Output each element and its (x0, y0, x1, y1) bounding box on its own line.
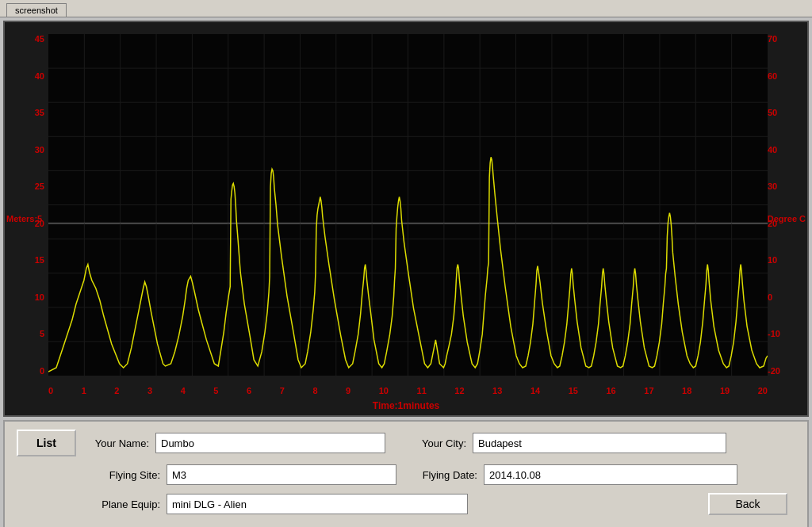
x-label-11: 11 (417, 386, 427, 395)
y-left-label-25: 25 (35, 181, 44, 191)
y-right-label-70: 70 (768, 34, 777, 44)
y-right-label-10: 10 (768, 255, 777, 265)
x-label-7: 7 (280, 386, 285, 395)
plane-equip-label: Plane Equip: (87, 498, 167, 510)
y-left-label-5: 5 (40, 329, 44, 338)
your-city-label: Your City: (401, 437, 473, 449)
x-label-8: 8 (312, 386, 317, 395)
x-label-13: 13 (492, 386, 502, 395)
x-label-5: 5 (213, 386, 218, 395)
x-label-12: 12 (454, 386, 464, 395)
flying-date-input[interactable] (484, 464, 737, 485)
your-city-input[interactable] (473, 433, 726, 453)
y-axis-left-title: Meters:5 (6, 214, 42, 223)
x-label-2: 2 (114, 386, 119, 395)
y-right-label-0: 0 (768, 292, 772, 302)
y-left-label-15: 15 (35, 255, 44, 265)
y-left-label-40: 40 (35, 71, 44, 81)
y-left-label-10: 10 (35, 292, 44, 302)
form-row-3: Plane Equip: Back (17, 493, 795, 515)
x-label-19: 19 (720, 386, 730, 395)
plane-equip-input[interactable] (167, 494, 468, 514)
x-label-16: 16 (607, 386, 616, 395)
your-name-label: Your Name: (76, 437, 155, 449)
x-label-6: 6 (247, 386, 251, 395)
list-button[interactable]: List (17, 430, 76, 456)
x-label-1: 1 (82, 386, 86, 395)
chart-container: 45 40 35 30 25 20 15 10 5 0 Meters:5 70 … (3, 21, 809, 417)
x-label-20: 20 (758, 386, 768, 395)
form-row-2: Flying Site: Flying Date: (87, 464, 795, 485)
x-label-10: 10 (379, 386, 389, 395)
x-axis: 0 1 2 3 4 5 6 7 8 9 10 11 12 13 14 15 16… (48, 386, 768, 395)
back-button[interactable]: Back (708, 493, 787, 515)
y-axis-right: 70 60 50 40 30 20 10 0 -10 -20 (764, 34, 807, 376)
plane-equip-group: Plane Equip: (87, 494, 468, 514)
y-left-label-0: 0 (40, 366, 44, 376)
flying-site-input[interactable] (167, 464, 396, 485)
y-left-label-45: 45 (35, 34, 44, 44)
y-axis-right-title: Degree C (768, 214, 806, 223)
y-axis-left: 45 40 35 30 25 20 15 10 5 0 (5, 34, 48, 376)
y-right-label-minus10: -10 (768, 329, 780, 338)
y-right-label-60: 60 (768, 71, 777, 81)
flying-date-label: Flying Date: (412, 469, 484, 481)
x-label-18: 18 (682, 386, 691, 395)
y-right-label-40: 40 (768, 145, 777, 155)
y-right-label-30: 30 (768, 181, 777, 191)
form-area: List Your Name: Your City: Flying Site: … (3, 420, 809, 527)
y-right-label-50: 50 (768, 108, 777, 117)
tab-screenshot[interactable]: screenshot (6, 3, 67, 17)
chart-svg (48, 34, 768, 376)
x-label-14: 14 (530, 386, 540, 395)
x-label-9: 9 (346, 386, 350, 395)
your-city-group: Your City: (401, 433, 726, 453)
y-left-label-30: 30 (35, 145, 44, 155)
x-axis-title: Time:1minutes (373, 400, 439, 411)
x-label-3: 3 (147, 386, 152, 395)
tab-bar: screenshot (0, 0, 812, 17)
x-label-0: 0 (48, 386, 53, 395)
your-name-input[interactable] (155, 433, 385, 453)
y-left-label-35: 35 (35, 108, 44, 117)
form-row-1: List Your Name: Your City: (17, 430, 795, 456)
x-label-17: 17 (644, 386, 653, 395)
x-label-4: 4 (181, 386, 186, 395)
y-right-label-minus20: -20 (768, 366, 780, 376)
flying-date-group: Flying Date: (412, 464, 737, 485)
flying-site-label: Flying Site: (87, 469, 167, 481)
x-label-15: 15 (569, 386, 578, 395)
